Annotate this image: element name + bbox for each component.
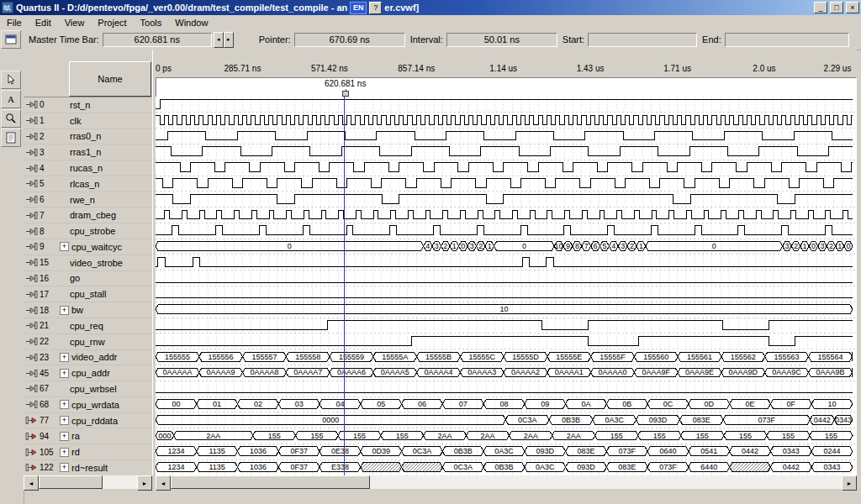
signal-row-rlcas_n[interactable]: 5rlcas_n — [24, 176, 152, 192]
ruler-tick: 0 ps — [156, 64, 172, 73]
spin-right-icon[interactable]: ► — [224, 32, 234, 48]
signal-row-cpu_waitcyc[interactable]: 9+cpu_waitcyc — [24, 239, 152, 255]
signal-row-cpu_addr[interactable]: 45+cpu_addr — [24, 365, 152, 381]
quartus-window: Quartus II - D:/d/pentevo/fpga/_ver0.00/… — [0, 0, 861, 504]
svg-text:0B: 0B — [622, 400, 631, 408]
name-panel-scrollbar[interactable]: ◄ ► — [24, 475, 152, 489]
name-column-header[interactable]: Name — [69, 61, 151, 97]
name-scroll-thumb[interactable] — [39, 475, 103, 489]
wave-cpu_wrdata[interactable]: 000102030405060708090A0B0C0D0E0F10 — [156, 400, 853, 409]
text-tool-tool-button[interactable]: A — [1, 90, 21, 108]
marker-band[interactable]: 620.681 ns — [156, 77, 857, 97]
signal-row-ra[interactable]: 94+ra — [24, 428, 152, 444]
menu-tools[interactable]: Tools — [134, 17, 169, 29]
signal-row-rwe_n[interactable]: 6rwe_n — [24, 192, 152, 208]
wave-scroll-left-icon[interactable]: ◄ — [156, 475, 171, 491]
expand-button[interactable]: + — [60, 242, 69, 251]
signal-row-video_strobe[interactable]: 15video_strobe — [24, 255, 152, 271]
minimize-button[interactable]: _ — [814, 2, 827, 13]
scroll-left-icon[interactable]: ◄ — [24, 475, 39, 491]
signal-index: 9 — [39, 242, 60, 251]
waveform-scrollbar[interactable]: ◄ ► — [156, 475, 857, 489]
svg-text:093D: 093D — [577, 463, 595, 471]
scroll-right-icon[interactable]: ► — [137, 475, 152, 491]
master-time-bar-value[interactable]: 620.681 ns — [103, 33, 212, 47]
zoom-tool-button[interactable] — [1, 109, 21, 128]
menu-file[interactable]: File — [0, 17, 29, 29]
start-value — [588, 33, 697, 47]
signal-name: video_strobe — [70, 258, 123, 268]
input-pin-icon — [25, 116, 39, 125]
signal-row-rst_n[interactable]: 0rst_n — [24, 97, 152, 113]
signal-row-rras1_n[interactable]: 3rras1_n — [24, 144, 152, 160]
signal-row-cpu_wrbsel[interactable]: 67cpu_wrbsel — [24, 381, 152, 397]
menu-view[interactable]: View — [58, 17, 92, 29]
signal-row-dram_cbeg[interactable]: 7dram_cbeg — [24, 207, 152, 223]
expand-button[interactable]: + — [60, 353, 69, 362]
signal-row-rucas_n[interactable]: 4rucas_n — [24, 160, 152, 176]
expand-button[interactable]: + — [60, 369, 69, 378]
signal-row-cpu_wrdata[interactable]: 68+cpu_wrdata — [24, 397, 152, 413]
wave-cpu_addr[interactable]: 0AAAAA0AAAA90AAAA80AAAA70AAAA60AAAA50AAA… — [156, 368, 853, 377]
wave-video_addr[interactable]: 15555515555615555715555815555915555A1555… — [156, 352, 853, 361]
expand-placeholder — [60, 117, 67, 124]
menu-edit[interactable]: Edit — [29, 17, 58, 29]
svg-text:02: 02 — [254, 400, 262, 408]
master-time-marker-handle[interactable] — [342, 91, 349, 97]
wave-scroll-thumb[interactable] — [171, 475, 370, 489]
expand-button[interactable]: + — [60, 448, 69, 457]
signal-row-cpu_strobe[interactable]: 8cpu_strobe — [24, 223, 152, 239]
waveform-area[interactable]: 0432103210109876543210321032101015555515… — [156, 97, 857, 475]
signal-row-video_addr[interactable]: 23+video_addr — [24, 350, 152, 366]
expand-placeholder — [60, 101, 67, 108]
menu-window[interactable]: Window — [168, 17, 214, 29]
name-scroll-track[interactable] — [39, 475, 137, 489]
master-time-marker-label: 620.681 ns — [325, 79, 367, 88]
maximize-button[interactable]: □ — [830, 2, 843, 13]
menu-project[interactable]: Project — [91, 17, 133, 29]
expand-button[interactable]: + — [60, 400, 69, 409]
expand-button[interactable]: + — [60, 416, 69, 425]
svg-text:0: 0 — [288, 242, 292, 250]
spin-left-icon[interactable]: ◄ — [214, 32, 224, 48]
signal-row-clk[interactable]: 1clk — [24, 113, 152, 129]
wave-rucas_n[interactable] — [156, 163, 853, 172]
ruler-tick: 285.71 ns — [224, 64, 261, 73]
selection-arrow-tool-button[interactable] — [1, 71, 21, 89]
signal-row-cpu_rddata[interactable]: 77+cpu_rddata — [24, 413, 152, 429]
signal-row-cpu_rnw[interactable]: 22cpu_rnw — [24, 334, 152, 350]
expand-button[interactable]: + — [60, 306, 69, 315]
signal-row-bw[interactable]: 18+bw — [24, 302, 152, 318]
signal-index: 21 — [39, 321, 60, 330]
svg-text:6440: 6440 — [700, 463, 717, 471]
close-button[interactable]: × — [846, 2, 859, 13]
wave-scroll-right-icon[interactable]: ► — [842, 475, 857, 491]
svg-text:0A3C: 0A3C — [494, 447, 514, 455]
wave-cpu_req[interactable] — [156, 321, 853, 330]
wave-rd[interactable]: 1234113510360F370E380D390C3A0B3B0A3C093D… — [156, 447, 853, 456]
wave-scroll-track[interactable] — [171, 475, 842, 489]
signal-row-go[interactable]: 16go — [24, 271, 152, 287]
document-tool-button[interactable] — [1, 129, 21, 147]
svg-text:1135: 1135 — [209, 447, 224, 455]
signal-row-rras0_n[interactable]: 2rras0_n — [24, 129, 152, 145]
signal-row-cpu_req[interactable]: 21cpu_req — [24, 318, 152, 334]
expand-button[interactable]: + — [60, 463, 69, 472]
svg-text:0C: 0C — [663, 400, 673, 408]
svg-text:155558: 155558 — [295, 353, 320, 361]
wave-rd~result[interactable]: 1234113510360F37E3380C3A0B3B0A3C093D083E… — [156, 463, 853, 472]
signal-row-rd[interactable]: 105+rd — [24, 444, 152, 460]
language-indicator-badge[interactable]: EN — [350, 2, 367, 14]
expand-button[interactable]: + — [60, 432, 69, 441]
signal-row-cpu_stall[interactable]: 17cpu_stall — [24, 286, 152, 302]
signal-index: 6 — [39, 195, 60, 204]
svg-text:E338: E338 — [331, 463, 349, 471]
svg-text:155: 155 — [310, 432, 323, 440]
wave-clk[interactable] — [156, 115, 853, 124]
window-tool-button[interactable] — [1, 30, 21, 49]
signal-row-rd~result[interactable]: 122+rd~result — [24, 460, 152, 475]
svg-text:2: 2 — [478, 242, 483, 250]
svg-text:155555: 155555 — [165, 353, 190, 361]
language-help-icon[interactable]: ? — [369, 2, 382, 14]
wave-video_strobe[interactable] — [156, 257, 853, 266]
